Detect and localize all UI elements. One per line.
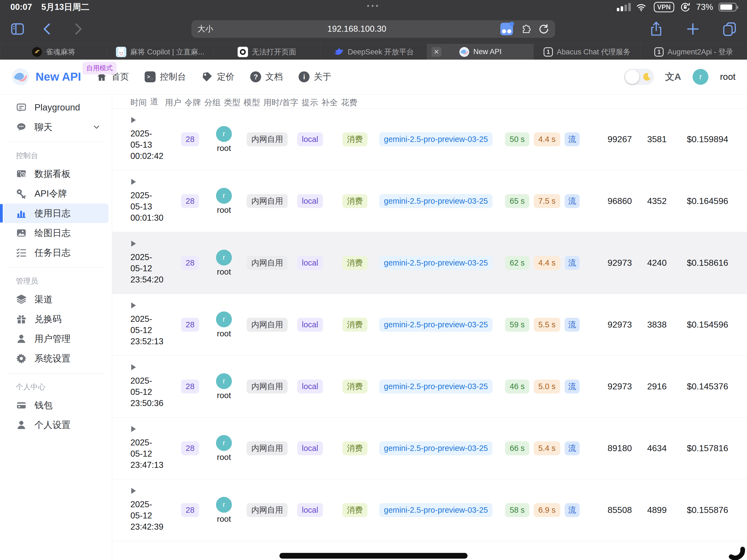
expand-row-icon[interactable] <box>131 488 136 494</box>
sidebar-item[interactable] <box>7 268 105 268</box>
sidebar-item[interactable] <box>7 142 105 142</box>
table-row[interactable]: 2025- 05-13 00:02:42 28 r root <box>112 108 747 170</box>
window-grabber-icon[interactable]: ••• <box>367 2 380 10</box>
sidebar-item[interactable]: 个人中心 <box>3 378 108 396</box>
type-badge[interactable]: 消费 <box>342 132 367 146</box>
token-badge[interactable]: 内网自用 <box>247 380 288 393</box>
sidebar-item[interactable]: 用户管理 <box>3 329 108 349</box>
browser-tab[interactable]: ✕ 雀魂麻将 <box>0 44 107 59</box>
nav-item[interactable]: i 关于 <box>299 71 331 83</box>
token-badge[interactable]: 内网自用 <box>247 318 288 332</box>
app-logo-icon[interactable] <box>11 68 29 86</box>
group-badge[interactable]: local <box>297 380 323 393</box>
sidebar-item[interactable]: API令牌 <box>3 184 108 203</box>
table-row[interactable]: 2025- 05-12 23:54:20 28 r root <box>112 232 747 294</box>
sidebar-item[interactable]: 任务日志 <box>3 243 108 262</box>
model-badge[interactable]: gemini-2.5-pro-preview-03-25 <box>379 194 492 208</box>
channel-badge[interactable]: 28 <box>181 256 199 270</box>
forward-button[interactable] <box>70 21 85 36</box>
tab-overview-button[interactable] <box>722 21 737 36</box>
row-avatar[interactable]: r <box>216 126 232 142</box>
model-badge[interactable]: gemini-2.5-pro-preview-03-25 <box>379 256 492 270</box>
home-indicator[interactable] <box>279 553 468 559</box>
group-badge[interactable]: local <box>297 256 323 270</box>
sidebar-item[interactable]: 聊天 <box>3 117 108 137</box>
sidebar-item[interactable]: 控制台 <box>3 147 108 164</box>
channel-badge[interactable]: 28 <box>181 318 199 332</box>
channel-badge[interactable]: 28 <box>181 441 199 455</box>
browser-tab[interactable]: ✕ New API <box>427 44 534 59</box>
sidebar-toggle-button[interactable] <box>10 21 25 36</box>
column-header[interactable]: 类型 <box>221 94 240 108</box>
channel-badge[interactable]: 28 <box>181 380 199 393</box>
sidebar-item[interactable]: 个人设置 <box>3 415 108 435</box>
type-badge[interactable]: 消费 <box>342 380 367 393</box>
brand-title[interactable]: New API <box>35 70 81 83</box>
expand-row-icon[interactable] <box>131 117 136 123</box>
row-avatar[interactable]: r <box>216 435 232 451</box>
model-badge[interactable]: gemini-2.5-pro-preview-03-25 <box>379 318 492 332</box>
url-text[interactable]: 192.168.100.30 <box>213 24 500 34</box>
channel-badge[interactable]: 28 <box>181 132 199 146</box>
browser-tab[interactable]: ✕ 1 Augment2Api - 登录 <box>640 44 747 59</box>
table-row[interactable]: 2025- 05-12 23:50:36 28 r root <box>112 356 747 417</box>
token-badge[interactable]: 内网自用 <box>247 441 288 455</box>
sidebar-item[interactable]: 渠道 <box>3 289 108 309</box>
table-row[interactable]: 2025- 05-13 00:01:30 28 r root <box>112 170 747 232</box>
reload-button[interactable] <box>538 24 549 34</box>
type-badge[interactable]: 消费 <box>342 441 367 455</box>
row-avatar[interactable]: r <box>216 188 232 204</box>
group-badge[interactable]: local <box>297 194 323 208</box>
browser-tab[interactable]: ✕ 麻将 Copilot | 立直麻... <box>107 44 213 59</box>
sidebar-item[interactable]: 数据看板 <box>3 164 108 184</box>
expand-row-icon[interactable] <box>131 179 136 185</box>
group-badge[interactable]: local <box>297 441 323 455</box>
new-tab-button[interactable] <box>685 21 700 36</box>
nav-item[interactable]: 定价 <box>202 71 234 83</box>
column-header[interactable]: 提示 <box>298 94 318 108</box>
table-row[interactable]: 2025- 05-12 23:47:13 28 r root <box>112 417 747 479</box>
sidebar-item[interactable]: 钱包 <box>3 396 108 415</box>
expand-row-icon[interactable] <box>131 364 136 370</box>
sidebar-item[interactable]: Playground <box>3 98 108 117</box>
token-badge[interactable]: 内网自用 <box>247 503 288 517</box>
row-avatar[interactable]: r <box>216 497 232 513</box>
type-badge[interactable]: 消费 <box>342 256 367 270</box>
browser-tab[interactable]: ✕ 1 Abacus Chat 代理服务 <box>534 44 640 59</box>
nav-item[interactable]: ? 文档 <box>250 71 283 83</box>
column-header[interactable]: 时间 <box>127 94 147 108</box>
channel-badge[interactable]: 28 <box>181 503 199 517</box>
model-badge[interactable]: gemini-2.5-pro-preview-03-25 <box>379 380 492 393</box>
type-badge[interactable]: 消费 <box>342 194 367 208</box>
expand-row-icon[interactable] <box>131 240 136 247</box>
token-badge[interactable]: 内网自用 <box>247 256 288 270</box>
close-tab-icon[interactable]: ✕ <box>432 47 441 57</box>
sidebar-item[interactable]: 系统设置 <box>3 349 108 368</box>
column-header[interactable]: 花费 <box>338 94 357 108</box>
browser-tab[interactable]: ✕ DeepSeek 开放平台 <box>320 44 427 59</box>
sidebar-item[interactable]: 使用日志 <box>3 203 108 223</box>
column-header[interactable]: 渠道 <box>147 94 162 108</box>
expand-row-icon[interactable] <box>131 426 136 432</box>
back-button[interactable] <box>40 21 55 36</box>
avatar[interactable]: r <box>693 69 709 85</box>
column-header[interactable]: 用时/首字 <box>260 94 298 108</box>
model-badge[interactable]: gemini-2.5-pro-preview-03-25 <box>379 132 492 146</box>
type-badge[interactable]: 消费 <box>342 318 367 332</box>
group-badge[interactable]: local <box>297 318 323 332</box>
nav-item[interactable]: >_ 控制台 <box>145 71 186 83</box>
share-button[interactable] <box>649 21 664 36</box>
translate-icon[interactable]: 文A <box>665 71 681 83</box>
column-header[interactable]: 模型 <box>240 94 260 108</box>
row-avatar[interactable]: r <box>216 250 232 265</box>
table-row[interactable]: 2025- 05-12 23:42:39 28 r root <box>112 479 747 541</box>
sidebar-item[interactable]: 兑换码 <box>3 309 108 329</box>
group-badge[interactable]: local <box>297 503 323 517</box>
token-badge[interactable]: 内网自用 <box>247 194 288 208</box>
sidebar-item[interactable]: 管理员 <box>3 273 108 289</box>
row-avatar[interactable]: r <box>216 311 232 327</box>
token-badge[interactable]: 内网自用 <box>247 132 288 146</box>
model-badge[interactable]: gemini-2.5-pro-preview-03-25 <box>379 503 492 517</box>
theme-toggle[interactable] <box>624 69 654 85</box>
user-name[interactable]: root <box>720 72 736 82</box>
